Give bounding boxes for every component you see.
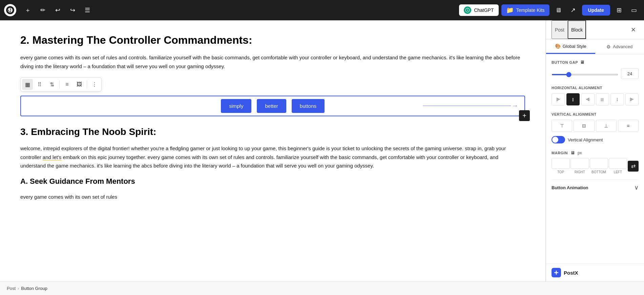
global-style-label: Global Style: [563, 44, 586, 49]
breadcrumb-current: Button Group: [21, 286, 47, 291]
h-align-space-between[interactable]: ⫼: [596, 93, 609, 105]
v-align-top[interactable]: ⊤: [552, 120, 572, 132]
margin-section: MARGIN 🖥 px TOP RIGHT BOTTOM: [552, 150, 639, 174]
button-animation-label: Button Animation: [552, 185, 588, 190]
margin-bottom-label: BOTTOM: [591, 170, 606, 174]
h-alignment-section: HORIZONTAL ALIGNMENT: [552, 86, 639, 90]
para2-part2: embark on this epic journey together. ev…: [20, 154, 498, 169]
vertical-alignment-toggle-row: Vertical Alignment: [552, 136, 639, 143]
advanced-label: Advanced: [613, 44, 632, 49]
h-align-left[interactable]: ⫸: [552, 93, 565, 105]
postx-name: PostX: [564, 270, 578, 276]
template-kits-label: Template Kits: [516, 7, 545, 13]
margin-right-input[interactable]: [570, 158, 589, 169]
button-gap-label: BUTTON GAP: [552, 60, 578, 64]
button-simply[interactable]: simply: [221, 99, 252, 113]
add-block-button[interactable]: ＋: [22, 4, 34, 16]
drag-handle-button[interactable]: ⠿: [34, 79, 45, 90]
image-button[interactable]: 🖼: [74, 79, 85, 90]
button-gap-section: BUTTON GAP 🖥: [552, 60, 639, 65]
sub-tabs: 🎨 Global Style ⚙ Advanced: [546, 39, 644, 54]
sub-tab-advanced[interactable]: ⚙ Advanced: [595, 39, 644, 54]
margin-top-input[interactable]: [552, 158, 570, 169]
main-layout: 2. Mastering The Controller Commandments…: [0, 20, 644, 281]
tab-post[interactable]: Post: [552, 20, 568, 39]
h-align-right[interactable]: ⫷: [581, 93, 595, 105]
template-kits-icon: 📁: [506, 6, 514, 14]
h-align-space-evenly[interactable]: ⫸: [625, 93, 639, 105]
monitor-icon-2: 🖥: [570, 150, 575, 155]
h-align-center[interactable]: ⫿: [566, 93, 580, 105]
chatgpt-button[interactable]: ChatGPT: [459, 4, 498, 16]
list-view-button[interactable]: ☰: [81, 4, 94, 16]
h-align-space-around[interactable]: ⫶: [610, 93, 624, 105]
template-kits-button[interactable]: 📁 Template Kits: [501, 4, 549, 16]
monitor-icon: 🖥: [580, 60, 585, 65]
undo-button[interactable]: ↩: [51, 4, 64, 16]
margin-right-label: RIGHT: [575, 170, 585, 174]
para2-link[interactable]: and let's: [43, 154, 61, 160]
v-alignment-label: VERTICAL ALIGNMENT: [552, 112, 597, 116]
sub-tab-global-style[interactable]: 🎨 Global Style: [546, 39, 595, 54]
breadcrumb: Post › Button Group: [0, 281, 644, 295]
block-toolbar: ▦ ⠿ ⇅ ≡ 🖼 ⋮: [20, 77, 102, 92]
margin-link-button[interactable]: ⇄: [628, 161, 639, 172]
block-type-button[interactable]: ▦: [22, 79, 33, 90]
more-options-button[interactable]: ⋮: [89, 79, 100, 90]
margin-left-label: LEFT: [614, 170, 622, 174]
h-alignment-label: HORIZONTAL ALIGNMENT: [552, 86, 602, 90]
breadcrumb-post[interactable]: Post: [7, 286, 16, 291]
paragraph-3: every game comes with its own set of rul…: [20, 193, 525, 201]
accordion-arrow-icon: ∨: [634, 184, 639, 191]
panel-header: Post Block ✕: [546, 20, 644, 39]
move-up-down-button[interactable]: ⇅: [46, 79, 57, 90]
edit-pen-button[interactable]: ✏: [37, 4, 49, 16]
button-better[interactable]: better: [257, 99, 286, 113]
paragraph-2: welcome, intrepid explorers of the digit…: [20, 144, 525, 170]
wordpress-logo[interactable]: [4, 4, 16, 16]
vertical-alignment-toggle-label: Vertical Alignment: [568, 137, 603, 142]
h-align-buttons: ⫸ ⫿ ⫷ ⫼ ⫶ ⫸: [552, 93, 639, 105]
palette-icon: 🎨: [555, 43, 561, 49]
panel-close-button[interactable]: ✕: [628, 24, 639, 35]
redo-button[interactable]: ↪: [66, 4, 79, 16]
v-align-buttons: ⊤ ⊟ ⊥ ≡: [552, 120, 639, 132]
margin-unit: px: [578, 151, 582, 155]
v-align-middle[interactable]: ⊟: [574, 120, 594, 132]
top-toolbar: ＋ ✏ ↩ ↪ ☰ ChatGPT 📁 Template Kits 🖥 ↗ Up…: [0, 0, 644, 20]
postx-icon: [552, 268, 561, 277]
preview-device-button[interactable]: 🖥: [552, 4, 564, 16]
plugin-button[interactable]: ⊞: [613, 4, 625, 16]
margin-left-input[interactable]: [609, 158, 627, 169]
chatgpt-label: ChatGPT: [474, 7, 494, 13]
right-panel: Post Block ✕ 🎨 Global Style ⚙ Advanced B…: [546, 20, 644, 281]
button-gap-slider[interactable]: [552, 74, 618, 75]
heading-2: 2. Mastering The Controller Commandments…: [20, 34, 525, 46]
add-item-button[interactable]: +: [519, 110, 530, 121]
settings-button[interactable]: ▭: [628, 4, 640, 16]
heading-3: 3. Embracing The Noob Spirit:: [20, 126, 525, 137]
margin-top-label: TOP: [557, 170, 564, 174]
margin-bottom-input[interactable]: [590, 158, 608, 169]
v-alignment-section: VERTICAL ALIGNMENT: [552, 112, 639, 116]
slider-row: 24: [552, 68, 639, 79]
align-button[interactable]: ≡: [62, 79, 72, 90]
margin-label: MARGIN: [552, 151, 568, 155]
v-align-stretch[interactable]: ≡: [618, 120, 639, 132]
button-gap-value: 24: [621, 68, 639, 79]
button-animation-accordion[interactable]: Button Animation ∨: [552, 179, 639, 195]
heading-4: A. Seek Guidance From Mentors: [20, 177, 525, 186]
postx-footer: PostX: [546, 263, 644, 281]
v-align-bottom[interactable]: ⊥: [596, 120, 617, 132]
vertical-alignment-toggle[interactable]: [552, 136, 565, 143]
update-button[interactable]: Update: [582, 5, 610, 16]
chatgpt-icon: [464, 6, 471, 14]
paragraph-1: every game comes with its own set of rul…: [20, 53, 525, 71]
breadcrumb-separator: ›: [18, 286, 19, 291]
button-buttons[interactable]: buttons: [292, 99, 325, 113]
content-area: 2. Mastering The Controller Commandments…: [0, 20, 546, 281]
tab-block[interactable]: Block: [568, 20, 586, 39]
gear-icon: ⚙: [606, 44, 611, 50]
preview-link-button[interactable]: ↗: [567, 4, 579, 16]
panel-content: BUTTON GAP 🖥 24 HORIZONTAL ALIGNMENT ⫸ ⫿…: [546, 54, 644, 263]
